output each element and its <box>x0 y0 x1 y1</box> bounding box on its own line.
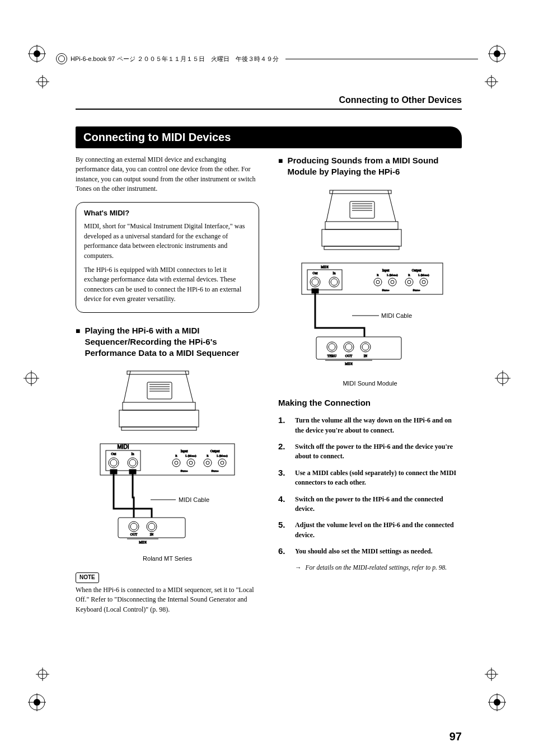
svg-rect-71 <box>325 222 398 229</box>
crop-mark-icon <box>22 369 40 387</box>
panel-input-label: Input <box>181 449 188 453</box>
svg-point-59 <box>218 459 226 467</box>
whats-midi-callout: What's MIDI? MIDI, short for "Musical In… <box>76 202 259 313</box>
mod-in-label: IN <box>364 354 368 358</box>
left-subhead-text: Playing the HPi-6 with a MIDI Sequencer/… <box>85 325 259 359</box>
crop-mark-icon <box>34 73 51 91</box>
crop-mark-icon <box>28 693 46 711</box>
step-text: Switch off the power to the HPi-6 and th… <box>295 442 462 462</box>
panel2-l2-label: L (Mono) <box>418 274 429 276</box>
svg-point-48 <box>110 459 117 466</box>
square-bullet-icon: ■ <box>76 326 80 336</box>
svg-point-82 <box>312 279 318 285</box>
panel2-r2-label: R <box>408 274 410 276</box>
steps-list: Turn the volume all the way down on the … <box>278 416 462 556</box>
svg-point-90 <box>405 278 413 286</box>
panel2-stereo-label: Stereo <box>382 289 390 292</box>
panel2-stereo2-label: Stereo <box>413 289 420 292</box>
mod-thru-label: THRU <box>327 354 337 358</box>
svg-point-93 <box>422 280 425 284</box>
note-text: When the HPi-6 is connected to a MIDI se… <box>76 585 259 614</box>
svg-point-60 <box>221 461 224 464</box>
book-header: HPi-6-e.book 97 ページ ２００５年１１月１５日 火曜日 午後３時… <box>56 53 478 64</box>
svg-point-97 <box>329 344 335 350</box>
svg-rect-52 <box>129 469 136 474</box>
mod-midi-label: MIDI <box>345 362 353 365</box>
panel2-in-label: In <box>333 271 336 275</box>
svg-point-99 <box>345 344 352 350</box>
ring-icon <box>56 53 67 64</box>
panel-l2-label: L (Mono) <box>217 454 228 457</box>
arrow-icon: → <box>295 564 302 571</box>
right-subhead-text: Producing Sounds from a MIDI Sound Modul… <box>287 155 462 178</box>
step-item: Turn the volume all the way down on the … <box>278 416 462 435</box>
panel2-input-label: Input <box>382 269 390 272</box>
panel-midi-label: MIDI <box>117 444 129 450</box>
svg-point-91 <box>407 280 411 284</box>
svg-point-58 <box>206 461 209 464</box>
step-text: Use a MIDI cables (sold separately) to c… <box>295 468 462 488</box>
making-connection-title: Making the Connection <box>278 397 462 409</box>
step-sub-note: → For details on the MIDI-related settin… <box>295 563 462 572</box>
svg-point-92 <box>420 278 428 286</box>
svg-point-101 <box>362 344 369 350</box>
intro-text: By connecting an external MIDI device an… <box>76 155 259 194</box>
svg-rect-51 <box>110 469 117 474</box>
svg-point-53 <box>172 459 180 467</box>
panel-stereo2-label: Stereo <box>212 469 219 472</box>
midi-cable-label: MIDI Cable <box>179 496 209 503</box>
step-item: Adjust the volume level on the HPi-6 and… <box>278 520 462 540</box>
callout-title: What's MIDI? <box>84 208 251 219</box>
svg-line-69 <box>326 190 333 222</box>
crop-mark-icon <box>488 45 506 63</box>
panel-l-label: L (Mono) <box>185 454 196 457</box>
svg-point-55 <box>187 459 195 467</box>
svg-rect-85 <box>312 289 318 293</box>
section-title: Connecting to MIDI Devices <box>76 126 462 148</box>
square-bullet-icon: ■ <box>278 156 283 166</box>
svg-point-88 <box>388 278 396 286</box>
svg-point-54 <box>175 461 178 464</box>
svg-rect-37 <box>123 402 195 410</box>
midi-cable-label-2: MIDI Cable <box>381 312 412 319</box>
svg-point-66 <box>148 523 155 530</box>
sound-module-diagram: MIDI Out In Input Output R L (Mono) R L … <box>286 185 454 375</box>
mod-out-label: OUT <box>345 354 353 358</box>
right-subhead: ■ Producing Sounds from a MIDI Sound Mod… <box>278 155 462 178</box>
book-info-text: HPi-6-e.book 97 ページ ２００５年１１月１５日 火曜日 午後３時… <box>71 55 279 63</box>
step-text: You should also set the MIDI settings as… <box>295 547 433 556</box>
svg-point-50 <box>129 459 136 466</box>
running-rule <box>76 109 462 110</box>
crop-mark-icon <box>28 45 46 63</box>
seq-out-label: OUT <box>130 533 138 536</box>
left-diagram-caption: Roland MT Series <box>76 555 259 564</box>
svg-point-89 <box>391 280 394 284</box>
callout-p1: MIDI, short for "Musical Instrument Digi… <box>84 222 251 261</box>
seq-in-label: IN <box>150 533 154 536</box>
svg-point-57 <box>204 459 212 467</box>
right-diagram-caption: MIDI Sound Module <box>278 379 462 388</box>
panel2-out-label: Out <box>313 271 318 275</box>
panel-r-label: R <box>175 454 177 457</box>
step-text: Adjust the volume level on the HPi-6 and… <box>295 520 462 540</box>
crop-mark-icon <box>483 665 500 683</box>
panel-output-label: Output <box>210 449 220 453</box>
step-text: Turn the volume all the way down on the … <box>295 416 462 435</box>
panel2-l-label: L (Mono) <box>387 274 398 276</box>
crop-mark-icon <box>34 665 51 683</box>
svg-line-70 <box>388 190 396 222</box>
note-badge: NOTE <box>76 572 99 583</box>
panel-in-label: In <box>132 452 134 456</box>
svg-rect-73 <box>324 246 399 250</box>
callout-p2: The HPi-6 is equipped with MIDI connecto… <box>84 265 251 304</box>
svg-rect-38 <box>119 410 199 427</box>
svg-rect-39 <box>121 427 196 430</box>
step-sub-text: For details on the MIDI-related settings… <box>305 564 447 571</box>
svg-rect-34 <box>127 371 189 374</box>
step-item: Switch on the power to the HPi-6 and the… <box>278 495 462 514</box>
panel2-midi-label: MIDI <box>321 265 329 269</box>
step-item: Use a MIDI cables (sold separately) to c… <box>278 468 462 488</box>
panel2-output-label: Output <box>412 269 421 272</box>
step-text: Switch on the power to the HPi-6 and the… <box>295 495 462 514</box>
svg-point-86 <box>374 278 382 286</box>
